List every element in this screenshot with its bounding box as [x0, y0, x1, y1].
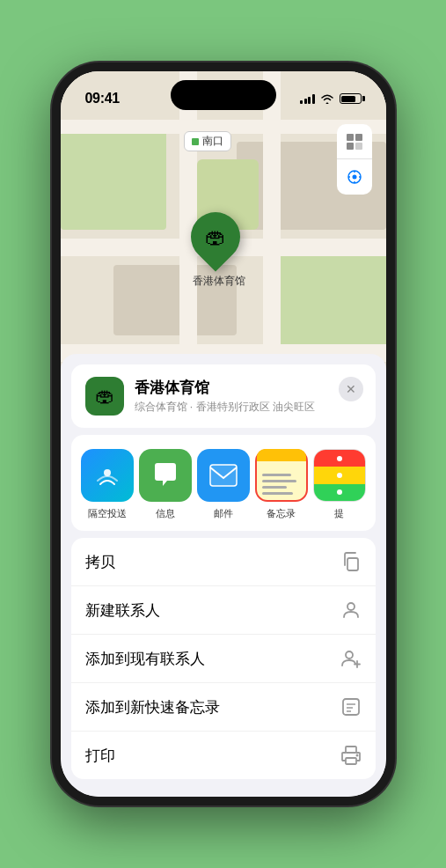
notes-icon — [255, 449, 308, 502]
mail-label: 邮件 — [214, 507, 233, 520]
add-existing-icon — [340, 648, 362, 669]
svg-rect-37 — [346, 758, 356, 764]
svg-rect-36 — [346, 747, 356, 753]
map-label: 南口 — [184, 131, 231, 151]
map-label-text: 南口 — [202, 134, 223, 149]
signal-icon — [300, 93, 315, 104]
mail-svg — [208, 463, 238, 488]
airdrop-icon — [81, 449, 134, 502]
location-icon — [347, 169, 362, 185]
messages-svg — [150, 460, 180, 490]
copy-icon — [340, 551, 362, 572]
stadium-pin: 🏟 香港体育馆 — [191, 212, 247, 289]
action-new-contact[interactable]: 新建联系人 — [71, 586, 376, 635]
share-item-airdrop[interactable]: 隔空投送 — [78, 449, 136, 520]
pin-label: 香港体育馆 — [193, 274, 245, 289]
svg-point-24 — [104, 469, 111, 476]
dynamic-island — [171, 80, 276, 110]
svg-rect-27 — [347, 558, 358, 570]
svg-rect-14 — [347, 134, 354, 141]
notes-label: 备忘录 — [267, 507, 296, 520]
bottom-sheet: 🏟 香港体育馆 综合体育馆 · 香港特别行政区 油尖旺区 ✕ 隔空投送 — [61, 354, 386, 797]
messages-label: 信息 — [156, 507, 175, 520]
map-type-button[interactable] — [337, 124, 372, 159]
action-copy-label: 拷贝 — [85, 552, 115, 572]
action-add-notes[interactable]: 添加到新快速备忘录 — [71, 683, 376, 732]
status-time: 09:41 — [85, 91, 120, 107]
airdrop-label: 隔空投送 — [88, 507, 127, 520]
location-card: 🏟 香港体育馆 综合体育馆 · 香港特别行政区 油尖旺区 ✕ — [71, 364, 376, 428]
svg-rect-15 — [355, 134, 362, 141]
share-item-messages[interactable]: 信息 — [136, 449, 194, 520]
action-add-notes-label: 添加到新快速备忘录 — [85, 697, 220, 717]
airdrop-svg — [93, 461, 121, 489]
location-name: 香港体育馆 — [135, 378, 362, 398]
action-print-label: 打印 — [85, 746, 115, 766]
location-card-icon: 🏟 — [85, 377, 124, 416]
svg-rect-1 — [61, 124, 166, 230]
add-notes-icon — [340, 696, 362, 717]
pin-emoji: 🏟 — [205, 224, 226, 249]
svg-rect-25 — [210, 465, 237, 486]
mail-icon — [197, 449, 250, 502]
action-copy[interactable]: 拷贝 — [71, 538, 376, 586]
map-controls[interactable] — [337, 124, 372, 195]
location-info: 香港体育馆 综合体育馆 · 香港特别行政区 油尖旺区 — [135, 378, 362, 415]
action-add-existing[interactable]: 添加到现有联系人 — [71, 635, 376, 683]
action-print[interactable]: 打印 — [71, 732, 376, 779]
share-item-more[interactable]: 提 — [311, 449, 369, 520]
wifi-icon — [320, 93, 334, 104]
new-contact-icon — [340, 600, 362, 621]
location-button[interactable] — [337, 159, 372, 195]
label-dot — [192, 138, 199, 145]
more-icon — [313, 449, 366, 502]
svg-point-29 — [346, 651, 353, 658]
status-icons — [300, 93, 362, 104]
svg-rect-4 — [272, 247, 386, 353]
more-label: 提 — [334, 507, 344, 520]
share-item-mail[interactable]: 邮件 — [194, 449, 252, 520]
svg-rect-17 — [355, 143, 362, 150]
share-row: 隔空投送 信息 — [71, 435, 376, 531]
svg-rect-16 — [347, 143, 354, 150]
phone-frame: 09:41 — [52, 63, 395, 805]
svg-point-28 — [347, 603, 355, 610]
location-subtitle: 综合体育馆 · 香港特别行政区 油尖旺区 — [135, 400, 362, 415]
close-button[interactable]: ✕ — [339, 377, 363, 401]
battery-icon — [340, 93, 362, 104]
share-item-notes[interactable]: 备忘录 — [252, 449, 311, 520]
action-list: 拷贝 新建联系人 添加到现有联系人 — [71, 538, 376, 779]
messages-icon — [139, 449, 192, 502]
map-type-icon — [345, 132, 364, 151]
svg-point-23 — [352, 175, 356, 180]
action-new-contact-label: 新建联系人 — [85, 600, 160, 621]
svg-point-38 — [355, 754, 358, 757]
svg-rect-32 — [343, 699, 359, 715]
print-icon — [340, 745, 362, 766]
action-add-existing-label: 添加到现有联系人 — [85, 649, 205, 669]
